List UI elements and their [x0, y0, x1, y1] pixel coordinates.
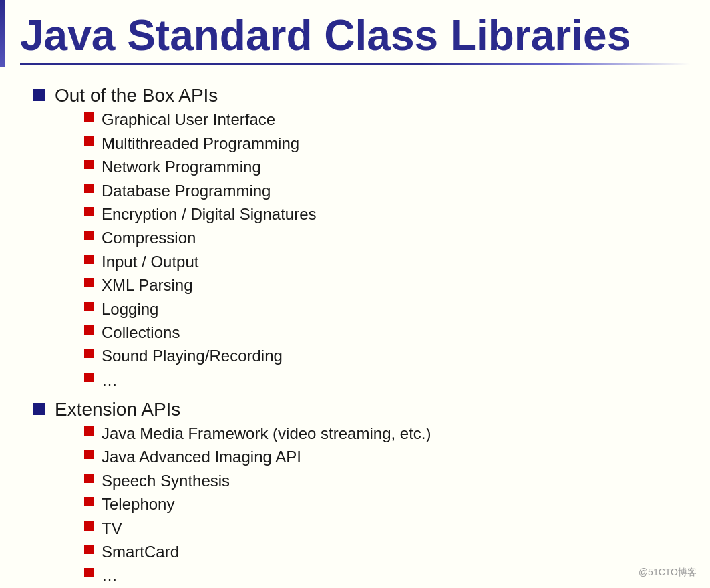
- sub-item: Graphical User Interface: [84, 109, 317, 130]
- sub-item-label: Java Media Framework (video streaming, e…: [102, 423, 431, 444]
- sub-item-label: Speech Synthesis: [102, 470, 230, 492]
- sub-item-label: Database Programming: [102, 180, 271, 202]
- sub-item-label: XML Parsing: [102, 275, 193, 296]
- sub-item: …: [84, 370, 317, 391]
- bullet-small: [84, 497, 94, 506]
- list-item: Out of the Box APIs Graphical User Inter…: [33, 85, 690, 394]
- sub-item: Java Advanced Imaging API: [84, 446, 431, 468]
- list-item: Extension APIs Java Media Framework (vid…: [33, 399, 690, 588]
- page-title: Java Standard Class Libraries: [20, 12, 690, 59]
- main-list: Out of the Box APIs Graphical User Inter…: [33, 85, 690, 588]
- sub-item: Compression: [84, 227, 317, 249]
- sub-item-label: Input / Output: [102, 251, 198, 273]
- bullet-small: [84, 325, 94, 335]
- sub-item-label: Network Programming: [102, 156, 261, 178]
- bullet-small: [84, 184, 94, 193]
- sub-item-label: Java Advanced Imaging API: [102, 446, 301, 468]
- bullet-small: [84, 302, 94, 311]
- sub-item: Sound Playing/Recording: [84, 345, 317, 367]
- sub-item-label: …: [102, 370, 118, 391]
- sub-item: Network Programming: [84, 156, 317, 178]
- sub-item-label: Telephony: [102, 494, 174, 515]
- bullet-small: [84, 450, 94, 459]
- sub-item: Logging: [84, 299, 317, 320]
- page-container: Java Standard Class Libraries Out of the…: [0, 0, 710, 588]
- sub-item-label: Collections: [102, 322, 180, 343]
- sub-item-label: Sound Playing/Recording: [102, 345, 283, 367]
- bullet-small: [84, 278, 94, 287]
- sub-item-label: TV: [102, 518, 122, 539]
- sub-item: Multithreaded Programming: [84, 133, 317, 154]
- bullet-small: [84, 160, 94, 169]
- sub-item: SmartCard: [84, 541, 431, 563]
- sub-item: …: [84, 565, 431, 586]
- sub-item-label: Multithreaded Programming: [102, 133, 299, 154]
- bullet-small: [84, 255, 94, 264]
- bullet-small: [84, 545, 94, 554]
- bullet-small: [84, 568, 94, 577]
- sub-item: TV: [84, 518, 431, 539]
- bullet-small: [84, 349, 94, 358]
- sub-item-label: Logging: [102, 299, 158, 320]
- bullet-small: [84, 207, 94, 216]
- sub-item: Speech Synthesis: [84, 470, 431, 492]
- bullet-small: [84, 136, 94, 146]
- title-underline: [20, 63, 690, 65]
- sub-item: Input / Output: [84, 251, 317, 273]
- sub-item: Java Media Framework (video streaming, e…: [84, 423, 431, 444]
- main-item-label: Extension APIs: [55, 399, 180, 420]
- sub-item-label: Graphical User Interface: [102, 109, 275, 130]
- bullet-small: [84, 112, 94, 122]
- sub-item-label: …: [102, 565, 118, 586]
- content-area: Out of the Box APIs Graphical User Inter…: [0, 71, 710, 588]
- sub-item: XML Parsing: [84, 275, 317, 296]
- sub-item: Database Programming: [84, 180, 317, 202]
- sub-item-label: Compression: [102, 227, 196, 249]
- sub-item-label: Encryption / Digital Signatures: [102, 204, 317, 225]
- bullet-small: [84, 231, 94, 240]
- main-item-label: Out of the Box APIs: [55, 85, 218, 106]
- sub-item: Telephony: [84, 494, 431, 515]
- sub-item: Collections: [84, 322, 317, 343]
- bullet-small: [84, 521, 94, 531]
- bullet-small: [84, 373, 94, 382]
- sub-list-1: Graphical User Interface Multithreaded P…: [84, 109, 317, 391]
- sub-item-label: SmartCard: [102, 541, 179, 563]
- sub-list-2: Java Media Framework (video streaming, e…: [84, 423, 431, 587]
- bullet-large-2: [33, 403, 45, 415]
- bullet-small: [84, 474, 94, 483]
- sub-item: Encryption / Digital Signatures: [84, 204, 317, 225]
- bullet-small: [84, 426, 94, 436]
- bullet-large-1: [33, 89, 45, 101]
- watermark: @51CTO博客: [639, 567, 697, 579]
- title-area: Java Standard Class Libraries: [0, 0, 710, 71]
